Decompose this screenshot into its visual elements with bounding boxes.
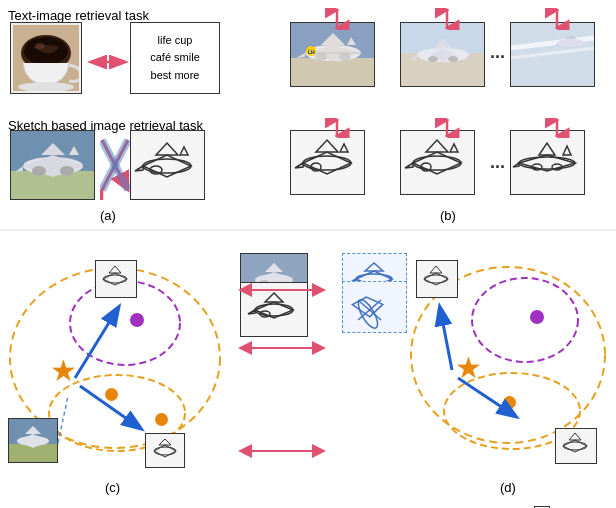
dots-top: ... [490,42,505,63]
airplane-photo-3 [510,22,595,87]
svg-point-27 [448,56,458,62]
airplane-sketch-4 [510,130,585,195]
svg-point-44 [32,166,46,176]
svg-line-102 [75,308,118,378]
svg-rect-8 [291,58,374,86]
airplane-sketch-2 [290,130,365,195]
label-d: (d) [500,480,516,495]
svg-point-26 [428,56,438,62]
text-query-content: life cupcafé smilebest more [150,32,200,85]
label-a: (a) [100,208,116,223]
coffee-cup-image [10,22,82,94]
divider [0,228,616,232]
svg-point-45 [60,166,74,176]
arrows-c [0,258,230,458]
cross-arrow [100,130,130,200]
airplane-sketch-3 [400,130,475,195]
svg-line-154 [458,378,515,416]
text-query-box: life cupcafé smilebest more [130,22,220,94]
arrows-d [400,258,615,468]
svg-rect-51 [131,131,204,199]
dots-sketch: ... [490,152,505,173]
airplane-sketch-photo [10,130,95,200]
svg-point-3 [35,43,45,49]
top-section: Text-image retrieval task Sketch based i… [0,0,616,230]
svg-rect-138 [343,282,406,332]
right-sketch-3 [342,281,407,333]
label-b: (b) [440,208,456,223]
coffee-text-arrow [84,50,132,74]
svg-line-103 [58,396,68,443]
airplane-photo-2 [400,22,485,87]
svg-point-13 [315,53,327,61]
airplane-photo-1: LH [290,22,375,87]
airplane-sketch-1 [130,130,205,200]
text-image-label: Text-image retrieval task [8,8,149,23]
bottom-section: ★ [0,248,616,508]
svg-point-14 [339,53,351,61]
label-c: (c) [105,480,120,495]
svg-text:LH: LH [308,49,315,55]
middle-arrows [232,258,332,478]
right-sketches: ... [342,253,355,275]
main-container: Text-image retrieval task Sketch based i… [0,0,616,508]
svg-point-31 [557,39,585,47]
svg-line-155 [440,308,452,370]
svg-line-101 [80,386,140,428]
